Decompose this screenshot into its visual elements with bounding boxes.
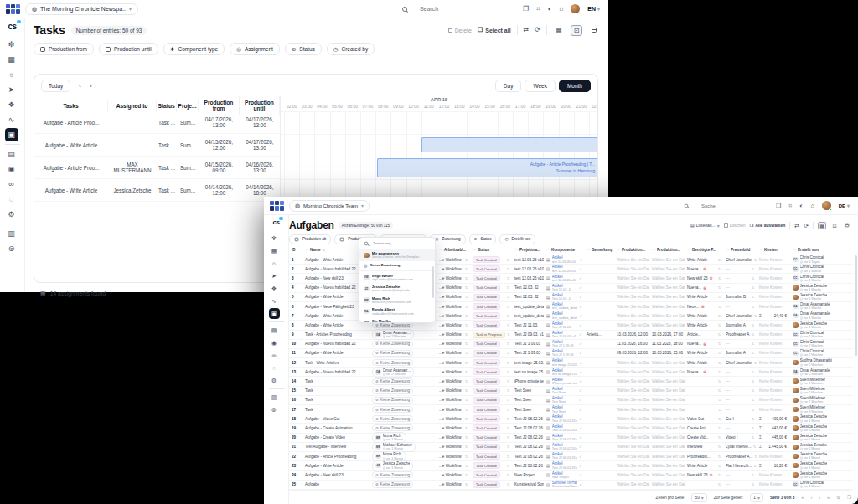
required-skills-cell[interactable]: Nueva...⊗⇅ [685,285,723,291]
production-from-cell[interactable]: Wählen Sie ein Datum u... [614,455,649,459]
status-cell[interactable]: Task Created⇅ [470,378,512,385]
production-until-cell[interactable]: Wählen Sie ein Datum u... [649,370,685,374]
avatar[interactable] [822,201,831,210]
table-row[interactable]: 17Task⊘Keine Zuweisung...e Workflow⇅Task… [289,405,853,414]
delete-button[interactable]: Löschen [724,223,746,228]
sidebar-item-automation[interactable]: ⚙ [5,208,18,221]
filter-chip-produktion-ab[interactable]: Produktion ab [289,234,331,244]
production-until-cell[interactable]: Wählen Sie ein Datum u... [649,388,685,393]
component-cell[interactable]: ▤ArtikelTest J2 11.03.✓ [544,321,584,330]
required-skills-cell[interactable]: Article...⇅ [685,332,723,337]
status-cell[interactable]: Task Created⇅ [470,368,512,375]
status-cell[interactable]: Task Created⇅ [470,275,512,281]
press-image-cell[interactable]: —⇅ [723,388,757,393]
status-cell[interactable]: Task Created⇅ [470,312,512,319]
language-selector[interactable]: EN▾ [587,6,600,12]
press-image-cell[interactable]: —⇅ [723,267,757,271]
press-image-cell[interactable]: Cut I⇅ [723,417,757,421]
column-header[interactable]: Tasks [34,100,108,112]
avatar[interactable] [571,4,580,13]
export-icon[interactable]: ❐ [776,203,781,208]
last-page-button[interactable]: » [827,495,830,500]
press-image-cell[interactable]: —⇅ [723,342,757,346]
press-image-cell[interactable]: —⇅ [723,276,757,280]
status-cell[interactable]: Task Created⇅ [470,359,512,366]
segment-day[interactable]: Day [495,80,522,92]
status-cell[interactable]: Task Created⇅ [470,415,512,422]
production-from-cell[interactable]: Wählen Sie ein Datum u... [614,323,649,327]
table-row[interactable]: 24Aufgabe - New skill 23⊘Keine Zuweisung… [289,471,853,480]
dropdown-scrollbar[interactable] [432,266,435,298]
assignment-cell[interactable]: ⊘Keine Zuweisung [370,388,437,394]
sidebar-item-campaigns[interactable]: ➤ [5,83,18,96]
component-cell[interactable]: ▤ArtikeliPhone private test✓ [544,378,584,386]
production-until-cell[interactable]: Wählen Sie ein Datum u... [649,408,685,412]
production-until-cell[interactable]: Wählen Sie ein Datum u... [649,464,685,468]
assignment-cell[interactable]: OAOmar Asamarr...◷ vor 2 Wochen [370,367,437,378]
filter-chip-status[interactable]: ⊘Status [285,43,322,55]
required-skills-cell[interactable]: Neue...⊗⇅ [685,304,723,309]
press-image-cell[interactable]: Lyzai Intervie...⇅ [723,445,757,449]
status-cell[interactable]: Task Created⇅ [470,285,512,291]
production-until-cell[interactable]: Wählen Sie ein Datum u... [649,267,685,271]
prev-arrow[interactable]: ‹ [79,82,81,90]
status-cell[interactable]: Task Created⇅ [470,256,512,263]
task-row[interactable]: Aufgabe - Write ArticleJessica ZetscheTa… [34,179,280,202]
component-cell[interactable]: ▤Artikeltest_update_details...✓ [544,311,584,320]
assignment-cell[interactable]: ⊘Keine Zuweisung [370,350,437,357]
assignment-cell[interactable]: ⊘Keine Zuweisung [370,471,437,478]
status-cell[interactable]: Task Created⇅ [470,350,512,357]
delete-button[interactable]: Delete [448,28,472,33]
component-cell[interactable]: ▤Artikeltest 12.03.26 v10✓ [544,265,584,273]
press-image-cell[interactable]: —⇅ [723,473,757,477]
column-header[interactable]: ⋯Erstellt von [790,248,853,252]
production-from-cell[interactable]: Wählen Sie ein Datum u... [614,379,649,383]
sidebar-item-campaigns[interactable]: ➤ [269,270,280,281]
production-until-cell[interactable]: Wählen Sie ein Datum u... [649,455,685,459]
task-row[interactable]: Aufgabe - Article Proo...Task ...Sum...0… [34,111,280,134]
filter-chip-production-from[interactable]: Production from [34,43,94,55]
assignment-cell[interactable]: ⊘Keine Zuweisung [370,341,437,347]
status-cell[interactable]: Task Created⇅ [470,388,512,394]
goto-page-select[interactable]: 1▾ [750,493,763,502]
press-image-cell[interactable]: —⇅ [723,285,757,290]
press-image-cell[interactable]: —⇅ [723,370,757,374]
component-cell[interactable]: ▤ArtikelTest J2 08.02.26 v1✓ [544,424,584,433]
production-until-cell[interactable]: Wählen Sie ein Datum u... [649,361,685,365]
production-until-cell[interactable]: Wählen Sie ein Datum u... [649,276,685,280]
sidebar-item-modules[interactable]: ✼ [5,38,18,51]
filter-chip-production-until[interactable]: Production until [99,43,158,55]
sidebar-item-ideas[interactable]: ☼ [5,68,18,81]
production-from-cell[interactable]: Wählen Sie ein Datum u... [614,305,649,309]
view-table-button[interactable]: ▦ [818,222,826,229]
required-skills-cell[interactable]: Interview⇅ [685,445,723,449]
column-header[interactable]: ID [289,248,302,252]
production-from-cell[interactable]: Wählen Sie ein Datum u... [614,426,649,430]
press-image-cell[interactable]: Chief Journalist⇅ [723,361,757,365]
production-from-cell[interactable]: Wählen Sie ein Datum u... [614,285,649,290]
component-cell[interactable]: ▤Sommer in HamburgKunstfestival Sommer..… [544,481,584,489]
filter-chip-erstellt-von[interactable]: ◷Erstellt von [499,234,535,244]
theme-icon[interactable]: ◐ [548,6,552,13]
today-button[interactable]: Today [41,80,70,92]
select-all-button[interactable]: ❐Select all [478,27,511,33]
required-skills-cell[interactable]: Proofreadin...⇅ [685,455,723,459]
required-skills-cell[interactable]: Write Article⇅ [685,361,723,365]
select-all-button[interactable]: ❐Alle auswählen [750,223,786,228]
production-until-cell[interactable]: Wählen Sie ein Datum u... [649,445,685,449]
production-until-cell[interactable]: Wählen Sie ein Datum u... [649,398,685,402]
assignment-cell[interactable]: ⊘Keine Zuweisung [370,415,437,422]
sidebar-item-history[interactable]: ◌ [269,363,280,373]
table-row[interactable]: 11Aufgabe - Write Article⊘Keine Zuweisun… [289,349,853,358]
sidebar-item-feeds[interactable]: ∿ [269,296,280,306]
sidebar-item-finance[interactable]: ◉ [5,162,18,176]
required-skills-cell[interactable]: Write Article⇅ [685,295,723,299]
column-header[interactable]: Production from [199,96,240,115]
column-header[interactable]: ⋯Benötigte F... [685,248,723,252]
sidebar-item-feeds[interactable]: ∿ [5,113,18,126]
production-until-cell[interactable]: Wählen Sie ein Datum u... [649,295,685,299]
press-image-cell[interactable]: —⇅ [723,408,757,412]
component-cell[interactable]: ▤ArtikelTest J2 08.02.26 v1✓ [544,414,584,423]
sidebar-item-ideas[interactable]: ☼ [269,258,280,269]
component-cell[interactable]: ▤Artikeltest no image 25.02.26 v1✓ [544,368,584,377]
